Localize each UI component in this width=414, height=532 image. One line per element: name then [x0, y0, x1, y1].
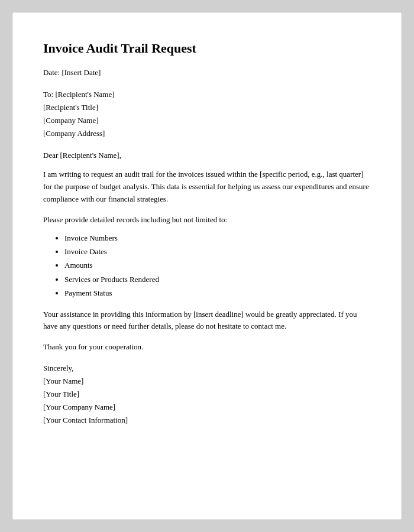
salutation: Dear [Recipient's Name], — [43, 151, 371, 160]
recipient-company-line: [Company Name] — [43, 114, 371, 127]
list-item: Invoice Numbers — [64, 231, 371, 245]
closing-block: Sincerely, [Your Name] [Your Title] [You… — [43, 362, 371, 427]
list-intro: Please provide detailed records includin… — [43, 214, 371, 226]
closing-contact: [Your Contact Information] — [43, 414, 371, 427]
date-line: Date: [Insert Date] — [43, 68, 371, 77]
document-title: Invoice Audit Trail Request — [43, 41, 371, 56]
list-item: Invoice Dates — [64, 245, 371, 258]
recipient-block: To: [Recipient's Name] [Recipient's Titl… — [43, 88, 371, 140]
list-item: Payment Status — [64, 286, 371, 300]
recipient-address-line: [Company Address] — [43, 127, 371, 140]
closing-name: [Your Name] — [43, 375, 371, 388]
document-page: Invoice Audit Trail Request Date: [Inser… — [12, 12, 402, 520]
closing-signoff: Sincerely, — [43, 362, 371, 375]
list-item: Amounts — [64, 258, 371, 272]
closing-company: [Your Company Name] — [43, 401, 371, 414]
closing-title: [Your Title] — [43, 388, 371, 401]
recipient-name-line: To: [Recipient's Name] — [43, 88, 371, 101]
paragraph-4: Thank you for your cooperation. — [43, 341, 371, 353]
paragraph-1: I am writing to request an audit trail f… — [43, 168, 371, 205]
list-item: Services or Products Rendered — [64, 273, 371, 286]
records-list: Invoice Numbers Invoice Dates Amounts Se… — [64, 231, 371, 300]
paragraph-3: Your assistance in providing this inform… — [43, 309, 371, 333]
recipient-title-line: [Recipient's Title] — [43, 101, 371, 114]
